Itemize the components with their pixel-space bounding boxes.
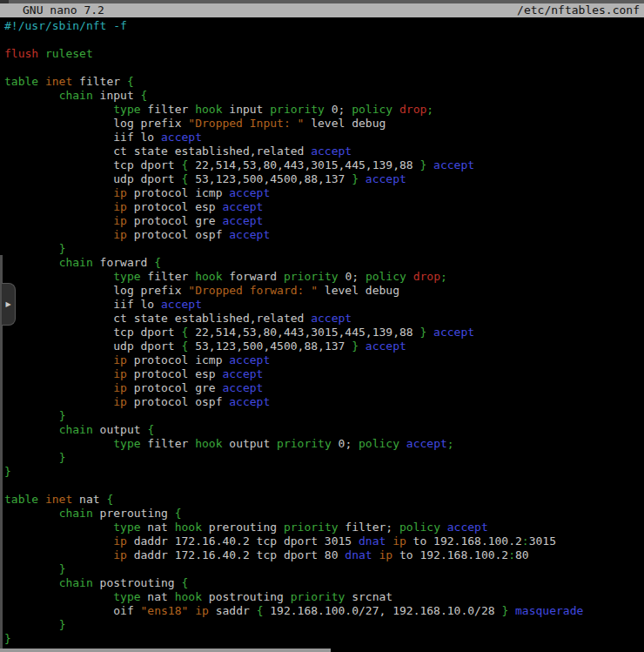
code-line: ip protocol esp accept (4, 367, 644, 381)
code-line: ip daddr 172.16.40.2 tcp dport 3015 dnat… (4, 534, 644, 548)
code-token (4, 451, 59, 464)
code-token: accept (222, 381, 263, 394)
code-token: ip (392, 534, 406, 548)
code-token (38, 47, 45, 60)
code-token (4, 117, 113, 130)
code-token: hook (195, 103, 222, 116)
code-token (4, 172, 113, 185)
code-line: chain output { (4, 423, 644, 437)
code-token: ip (113, 214, 127, 227)
code-line: oif "ens18" ip saddr { 192.168.100.0/27,… (4, 604, 644, 618)
code-token (4, 353, 113, 366)
code-token (426, 158, 433, 171)
code-token: protocol esp (127, 367, 223, 380)
code-token: priority (291, 590, 345, 603)
code-token: { (106, 493, 113, 506)
code-token: accept (222, 200, 263, 213)
code-token: 22,514,53,80,443,3015,445,139,88 (188, 326, 419, 339)
code-token: forward (93, 256, 154, 269)
code-token: ip (379, 548, 392, 561)
novnc-control-bar-handle[interactable]: ▶ (2, 283, 16, 326)
code-line: udp dport { 53,123,500,4500,88,137 } acc… (4, 172, 644, 186)
code-token: policy (399, 521, 440, 534)
code-token: filter (141, 103, 196, 116)
code-token: filter; (339, 521, 399, 534)
code-line: type nat hook postrouting priority srcna… (4, 590, 644, 604)
code-token (38, 75, 45, 88)
code-token (4, 604, 113, 617)
code-token: iif lo (113, 131, 161, 144)
code-token: input (93, 89, 141, 102)
code-token: policy (359, 437, 399, 450)
code-token: priority (284, 270, 339, 283)
code-line: ip protocol icmp accept (4, 353, 644, 367)
code-line: } (4, 451, 644, 465)
code-token: daddr 172.16.40.2 tcp dport 3015 (127, 534, 359, 548)
code-token: accept (161, 298, 202, 311)
code-token: 192.168.100.0/27, 192.168.10.0/28 (263, 604, 501, 617)
code-token: ip (195, 604, 209, 617)
code-line: udp dport { 53,123,500,4500,88,137 } acc… (4, 339, 644, 353)
code-token: ip (113, 381, 127, 394)
code-token: priority (284, 521, 339, 534)
code-token: } (59, 618, 66, 631)
expand-arrow-icon: ▶ (5, 301, 10, 308)
code-line: type nat hook prerouting priority filter… (4, 521, 644, 534)
code-line: } (4, 409, 644, 423)
code-token: udp dport (113, 172, 181, 185)
code-token: #!/usr/sbin/nft -f (4, 19, 127, 32)
code-token: } (59, 562, 66, 575)
code-token: ; (447, 437, 454, 450)
code-token: ; (426, 103, 433, 116)
code-token: accept (222, 214, 263, 227)
code-line: ct state established,related accept (4, 312, 644, 326)
code-line: flush ruleset (4, 47, 644, 61)
code-token: } (352, 172, 359, 185)
code-token: protocol ospf (127, 395, 229, 408)
code-token (508, 604, 515, 617)
code-token: ruleset (45, 47, 93, 60)
code-line: chain input { (4, 89, 644, 103)
code-token: 0; (339, 270, 366, 283)
code-token: drop (399, 103, 426, 116)
code-token: accept (161, 131, 202, 144)
code-line: } (4, 465, 644, 479)
code-token (4, 214, 113, 227)
code-token: protocol gre (127, 214, 223, 227)
code-token: "Dropped forward: " (188, 284, 318, 297)
code-token: table (4, 75, 38, 88)
code-token: postrouting (93, 576, 182, 589)
code-token: ip (113, 534, 127, 548)
code-token (4, 395, 113, 408)
code-line: } (4, 562, 644, 576)
editor-buffer[interactable]: #!/usr/sbin/nft -f flush ruleset table i… (0, 17, 644, 649)
code-token: policy (366, 270, 406, 283)
code-token: { (182, 576, 189, 589)
code-token: ip (113, 367, 127, 380)
code-line: ct state established,related accept (4, 145, 644, 158)
code-token: type (113, 521, 140, 534)
code-token: tcp dport (113, 326, 181, 339)
code-token (4, 145, 113, 158)
code-token: type (113, 437, 140, 450)
code-token: type (113, 590, 140, 603)
code-token: dnat (345, 548, 372, 561)
code-token (4, 507, 59, 520)
code-line: chain prerouting { (4, 507, 644, 521)
code-token: ct state established,related (113, 312, 311, 325)
code-token: { (127, 75, 134, 88)
code-token (392, 103, 399, 116)
code-token: { (154, 256, 161, 269)
code-token: drop (413, 270, 440, 283)
code-token: flush (4, 47, 38, 60)
code-token (4, 437, 113, 450)
code-line (4, 61, 644, 75)
code-token: prerouting (202, 521, 284, 534)
code-token (4, 423, 59, 436)
code-line: tcp dport { 22,514,53,80,443,3015,445,13… (4, 326, 644, 339)
code-token: hook (175, 590, 202, 603)
code-token: 0; (332, 437, 359, 450)
code-token: ; (440, 270, 447, 283)
code-token: 22,514,53,80,443,3015,445,139,88 (188, 158, 419, 171)
code-token: tcp dport (113, 158, 181, 171)
